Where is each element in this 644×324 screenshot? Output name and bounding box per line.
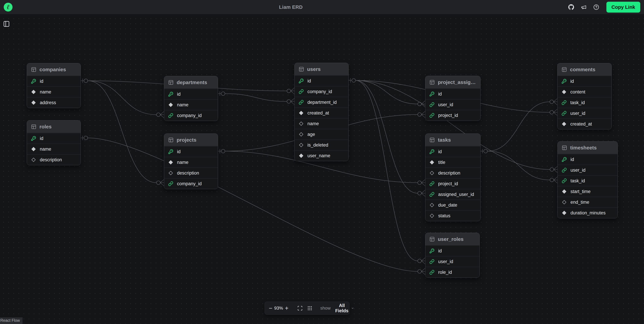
field-row-user_roles-role_id[interactable]: role_id [425, 267, 480, 277]
field-row-departments-name[interactable]: name [164, 99, 218, 110]
field-name: id [438, 248, 442, 254]
field-row-timesheets-user_id[interactable]: user_id [558, 165, 618, 176]
diamond-filled-icon [562, 210, 567, 215]
field-row-users-user_name[interactable]: user_name [294, 150, 348, 161]
field-row-tasks-description[interactable]: description [425, 168, 480, 178]
field-row-tasks-project_id[interactable]: project_id [425, 178, 480, 189]
table-node-projects[interactable]: projectsidnamedescriptioncompany_id [164, 133, 218, 189]
field-row-project_assignments-id[interactable]: id [425, 89, 480, 99]
help-button[interactable] [593, 4, 600, 11]
field-row-timesheets-end_time[interactable]: end_time [558, 197, 618, 208]
field-row-timesheets-id[interactable]: id [558, 154, 618, 165]
table-node-roles[interactable]: rolesidnamedescription [27, 120, 81, 165]
table-node-users[interactable]: usersidcompany_iddepartment_idcreated_at… [294, 63, 348, 161]
field-row-timesheets-task_id[interactable]: task_id [558, 176, 618, 186]
table-node-comments[interactable]: commentsidcontenttask_iduser_idcreated_a… [557, 63, 612, 129]
field-row-timesheets-duration_minutes[interactable]: duration_minutes [558, 208, 618, 218]
field-row-user_roles-id[interactable]: id [425, 245, 480, 256]
table-node-tasks[interactable]: tasksidtitledescriptionproject_idassigne… [425, 133, 480, 221]
field-row-users-company_id[interactable]: company_id [294, 86, 348, 97]
field-row-roles-name[interactable]: name [27, 144, 81, 154]
table-header-companies[interactable]: companies [27, 63, 81, 76]
field-name: id [40, 136, 43, 141]
github-button[interactable] [568, 4, 574, 11]
table-node-timesheets[interactable]: timesheetsiduser_idtask_idstart_timeend_… [558, 141, 618, 218]
field-name: company_id [308, 89, 332, 94]
relationship-edge-tasks-to-comments-task_id[interactable] [480, 99, 557, 153]
relationship-edge-users-to-tasks-assigned_user_id[interactable] [356, 80, 425, 197]
tidy-up-button[interactable] [307, 305, 312, 311]
field-row-companies-name[interactable]: name [27, 87, 81, 97]
field-row-comments-user_id[interactable]: user_id [558, 108, 612, 119]
field-row-tasks-due_date[interactable]: due_date [425, 200, 480, 210]
field-row-roles-description[interactable]: description [27, 154, 81, 165]
field-row-projects-company_id[interactable]: company_id [164, 178, 218, 189]
field-row-companies-id[interactable]: id [27, 76, 81, 87]
sidebar-toggle-button[interactable] [3, 21, 10, 27]
table-header-departments[interactable]: departments [164, 76, 218, 89]
link-icon [430, 270, 434, 275]
liam-logo[interactable]: ℓ [4, 3, 12, 12]
table-header-project_assignments[interactable]: project_assignments [425, 76, 480, 89]
table-header-comments[interactable]: comments [558, 63, 612, 76]
relationship-edge-roles-to-user_roles-role_id[interactable] [81, 136, 425, 275]
field-row-departments-id[interactable]: id [164, 89, 218, 99]
github-icon [568, 4, 574, 10]
field-row-project_assignments-project_id[interactable]: project_id [425, 110, 480, 121]
field-row-projects-description[interactable]: description [164, 168, 218, 178]
relationship-edge-companies-to-projects-company_id[interactable] [88, 81, 164, 186]
table-header-users[interactable]: users [294, 63, 348, 75]
field-row-tasks-id[interactable]: id [425, 146, 480, 157]
table-node-user_roles[interactable]: user_rolesiduser_idrole_id [425, 233, 480, 278]
field-row-timesheets-start_time[interactable]: start_time [558, 186, 618, 197]
relationship-edge-departments-to-users-department_id[interactable] [218, 91, 294, 105]
table-header-roles[interactable]: roles [27, 120, 81, 133]
field-row-tasks-title[interactable]: title [425, 157, 480, 168]
field-row-user_roles-user_id[interactable]: user_id [425, 256, 480, 267]
field-name: name [308, 121, 319, 126]
release-notes-button[interactable] [580, 4, 587, 11]
field-row-users-is_deleted[interactable]: is_deleted [294, 140, 348, 150]
table-node-project_assignments[interactable]: project_assignmentsiduser_idproject_id [425, 76, 480, 121]
copy-link-button[interactable]: Copy Link [606, 2, 640, 13]
table-header-user_roles[interactable]: user_roles [425, 233, 480, 245]
relationship-edge-users-to-user_roles-user_id[interactable] [356, 80, 425, 264]
field-row-projects-id[interactable]: id [164, 146, 218, 157]
field-name: age [308, 132, 315, 137]
table-node-departments[interactable]: departmentsidnamecompany_id [164, 76, 218, 121]
react-flow-attribution[interactable]: React Flow [0, 317, 22, 324]
field-row-roles-id[interactable]: id [27, 133, 81, 144]
field-row-users-created_at[interactable]: created_at [294, 108, 348, 118]
relationship-edge-users-to-project_assignments-user_id[interactable] [348, 78, 425, 107]
field-row-comments-task_id[interactable]: task_id [558, 97, 612, 108]
field-row-comments-id[interactable]: id [558, 76, 612, 87]
field-row-users-name[interactable]: name [294, 118, 348, 129]
field-row-departments-company_id[interactable]: company_id [164, 110, 218, 121]
field-row-comments-created_at[interactable]: created_at [558, 119, 612, 129]
field-row-project_assignments-user_id[interactable]: user_id [425, 99, 480, 110]
zoom-out-button[interactable]: − [269, 304, 272, 312]
field-row-users-department_id[interactable]: department_id [294, 97, 348, 108]
field-name: description [438, 171, 460, 176]
table-node-companies[interactable]: companiesidnameaddress [27, 63, 81, 108]
show-fields-select[interactable]: All Fields [334, 303, 355, 314]
field-row-tasks-assigned_user_id[interactable]: assigned_user_id [425, 189, 480, 200]
field-row-comments-content[interactable]: content [558, 87, 612, 97]
erd-canvas[interactable]: companiesidnameaddressrolesidnamedescrip… [0, 15, 644, 324]
table-header-tasks[interactable]: tasks [425, 134, 480, 146]
diamond-filled-icon [168, 160, 173, 165]
field-row-projects-name[interactable]: name [164, 157, 218, 168]
fit-view-button[interactable] [297, 305, 303, 311]
relationship-edge-tasks-to-timesheets-task_id[interactable] [488, 151, 558, 183]
table-header-timesheets[interactable]: timesheets [558, 141, 618, 154]
table-header-projects[interactable]: projects [164, 134, 218, 146]
field-row-tasks-status[interactable]: status [425, 210, 480, 221]
key-icon [298, 78, 304, 83]
field-row-companies-address[interactable]: address [27, 97, 81, 108]
field-row-users-id[interactable]: id [294, 75, 348, 86]
field-name: id [40, 79, 43, 84]
relationship-edge-companies-to-departments-company_id[interactable] [81, 79, 164, 118]
zoom-in-button[interactable]: + [285, 304, 288, 312]
field-name: start_time [570, 189, 591, 194]
field-row-users-age[interactable]: age [294, 129, 348, 140]
